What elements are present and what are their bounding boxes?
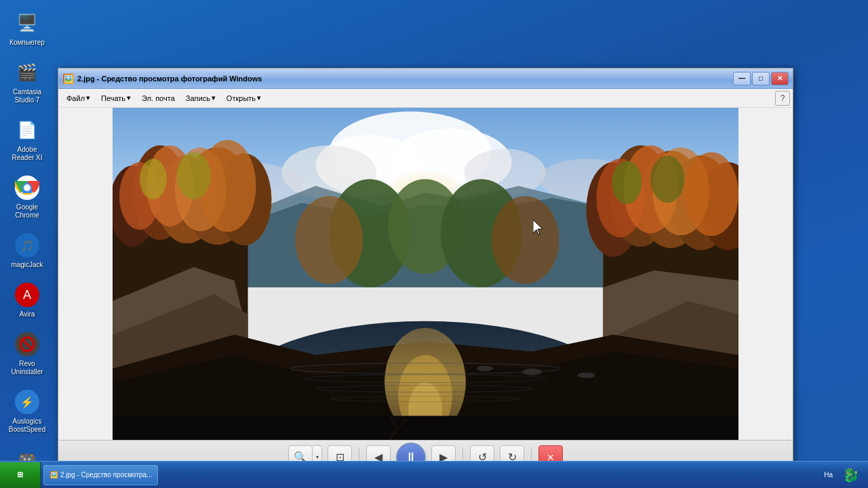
desktop: 🖥️ Компьютер 🎬 CamtasiaStudio 7 📄 AdobeR… (0, 0, 868, 488)
magicjack-icon: 🎵 (14, 232, 41, 259)
window-title: 2.jpg - Средство просмотра фотографий Wi… (77, 75, 733, 83)
photo-main (113, 108, 738, 440)
menu-help-button[interactable]: ? (775, 91, 790, 106)
svg-text:A: A (23, 288, 31, 302)
magicjack-icon-label: magicJack (11, 261, 43, 269)
desktop-icon-revo[interactable]: RevoUninstaller (3, 328, 52, 379)
svg-point-46 (684, 152, 738, 236)
photo-sidebar-left (58, 108, 113, 440)
taskbar: ⊞ 🖼️ 2.jpg - Средство просмотра... На 🐉 (0, 461, 868, 488)
taskbar-items: 🖼️ 2.jpg - Средство просмотра... (41, 465, 816, 485)
svg-text:⚡: ⚡ (20, 396, 34, 409)
start-button[interactable]: ⊞ (0, 462, 41, 488)
photo-sidebar-right (738, 108, 793, 440)
desktop-icons: 🖥️ Компьютер 🎬 CamtasiaStudio 7 📄 AdobeR… (0, 0, 54, 488)
desktop-icon-chrome[interactable]: GoogleChrome (3, 171, 52, 222)
window-icon: 🖼️ (62, 73, 73, 84)
svg-point-70 (523, 369, 542, 375)
window-titlebar: 🖼️ 2.jpg - Средство просмотра фотографий… (58, 68, 793, 89)
taskbar-photo-viewer[interactable]: 🖼️ 2.jpg - Средство просмотра... (43, 465, 158, 485)
menu-bar: Файл ▾ Печать ▾ Эл. почта Запись ▾ Откры… (58, 89, 793, 108)
chrome-icon (14, 174, 41, 201)
menu-record[interactable]: Запись ▾ (180, 92, 221, 104)
auslogics-icon: ⚡ (14, 388, 41, 415)
svg-point-35 (140, 159, 167, 199)
menu-file[interactable]: Файл ▾ (61, 92, 96, 104)
tray-time[interactable]: На (821, 471, 835, 479)
landscape-photo (113, 108, 738, 440)
taskbar-item-icon: 🖼️ (50, 471, 58, 479)
svg-rect-72 (113, 416, 738, 440)
desktop-icon-computer[interactable]: 🖥️ Компьютер (3, 7, 52, 49)
svg-text:🎵: 🎵 (20, 239, 34, 252)
menu-print[interactable]: Печать ▾ (96, 92, 136, 104)
taskbar-tray: На 🐉 (816, 463, 868, 487)
camtasia-icon-label: CamtasiaStudio 7 (13, 88, 41, 104)
svg-point-47 (612, 161, 642, 204)
adobe-icon: 📄 (14, 117, 41, 144)
svg-point-52 (295, 196, 363, 284)
photo-viewer-window: 🖼️ 2.jpg - Средство просмотра фотографий… (58, 68, 793, 474)
menu-email[interactable]: Эл. почта (136, 92, 180, 104)
maximize-button[interactable]: □ (752, 72, 770, 85)
dragon-icon: 🐉 (838, 463, 863, 487)
auslogics-icon-label: AuslogicsBoostSpeed (9, 418, 46, 434)
menu-open[interactable]: Открыть ▾ (221, 92, 267, 104)
start-icon: ⊞ (17, 470, 23, 479)
minimize-button[interactable]: — (733, 72, 751, 85)
svg-point-53 (492, 196, 559, 284)
svg-point-71 (578, 373, 595, 378)
desktop-icon-auslogics[interactable]: ⚡ AuslogicsBoostSpeed (3, 386, 52, 436)
svg-point-69 (477, 366, 493, 371)
desktop-icon-avira[interactable]: A Avira (3, 279, 52, 321)
revo-icon (14, 331, 41, 358)
desktop-icon-camtasia[interactable]: 🎬 CamtasiaStudio 7 (3, 56, 52, 107)
window-controls: — □ ✕ (733, 72, 789, 85)
computer-icon: 🖥️ (14, 9, 41, 37)
svg-point-36 (177, 152, 211, 199)
computer-icon-label: Компьютер (9, 39, 45, 47)
camtasia-icon: 🎬 (14, 59, 41, 86)
adobe-icon-label: AdobeReader XI (12, 146, 42, 162)
avira-icon-label: Avira (20, 310, 35, 319)
close-button[interactable]: ✕ (771, 72, 789, 85)
desktop-icon-magicjack[interactable]: 🎵 magicJack (3, 229, 52, 272)
desktop-icon-adobe[interactable]: 📄 AdobeReader XI (3, 114, 52, 165)
avira-icon: A (14, 281, 41, 308)
revo-icon-label: RevoUninstaller (11, 360, 43, 376)
taskbar-item-label: 2.jpg - Средство просмотра... (60, 471, 152, 479)
svg-point-3 (24, 184, 31, 191)
chrome-icon-label: GoogleChrome (15, 203, 39, 220)
svg-point-48 (650, 155, 684, 203)
photo-content (58, 108, 793, 440)
